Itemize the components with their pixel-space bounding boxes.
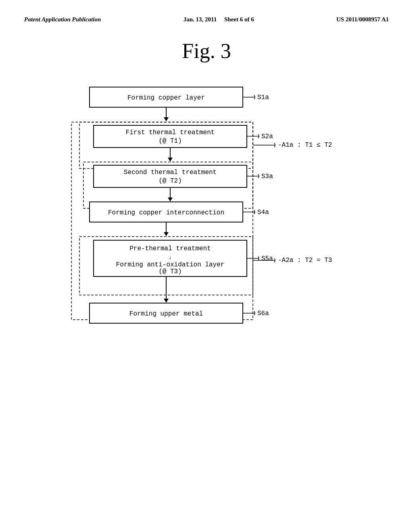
sheet-label: Sheet 6 of 6 (224, 16, 254, 23)
label-s4a: S4a (257, 209, 269, 216)
step-s5a-text-2: Forming anti-oxidation layer (116, 261, 225, 268)
label-s3a: S3a (261, 173, 273, 180)
annotation-a2a: -A2a : T2 = T3 (278, 257, 332, 264)
svg-marker-25 (164, 299, 169, 303)
step-s5a-text-3: (@ T3) (159, 268, 182, 275)
svg-marker-9 (168, 158, 173, 162)
label-s2a: S2a (261, 133, 273, 140)
step-s2a-text-2: (@ T1) (159, 137, 182, 145)
step-s6a-text: Forming upper metal (129, 310, 203, 318)
step-s2a-text-1: First thermal treatment (126, 129, 215, 136)
label-s1a: S1a (257, 94, 269, 101)
page: Patent Application Publication Jan. 13, … (0, 0, 413, 532)
header-right: US 2011/0008957 A1 (336, 16, 389, 23)
svg-marker-20 (164, 232, 169, 236)
svg-marker-15 (168, 197, 173, 202)
publication-label: Patent Application Publication (24, 16, 101, 23)
step-s5a-arrow: ↓ (169, 254, 172, 261)
figure-title: Fig. 3 (24, 39, 389, 63)
step-s3a-text-1: Second thermal treatment (124, 169, 217, 176)
header-center: Jan. 13, 2011 Sheet 6 of 6 (184, 16, 254, 23)
patent-number: US 2011/0008957 A1 (336, 16, 389, 23)
step-s3a-text-2: (@ T2) (159, 177, 182, 185)
header: Patent Application Publication Jan. 13, … (24, 16, 389, 23)
label-s5a: S5a (261, 255, 273, 262)
step-s1a-text: Forming copper layer (127, 94, 205, 102)
annotation-a1a: -A1a : T1 ≤ T2 (278, 141, 332, 149)
date-label: Jan. 13, 2011 (184, 16, 217, 23)
step-s5a-text-1: Pre-thermal treatment (129, 245, 211, 252)
label-s6a: S6a (257, 310, 269, 317)
step-s4a-text: Forming copper interconnection (108, 209, 224, 216)
flowchart-diagram: Forming copper layer S1a First thermal t… (49, 83, 364, 414)
header-left: Patent Application Publication (24, 16, 101, 23)
svg-marker-3 (164, 117, 169, 121)
